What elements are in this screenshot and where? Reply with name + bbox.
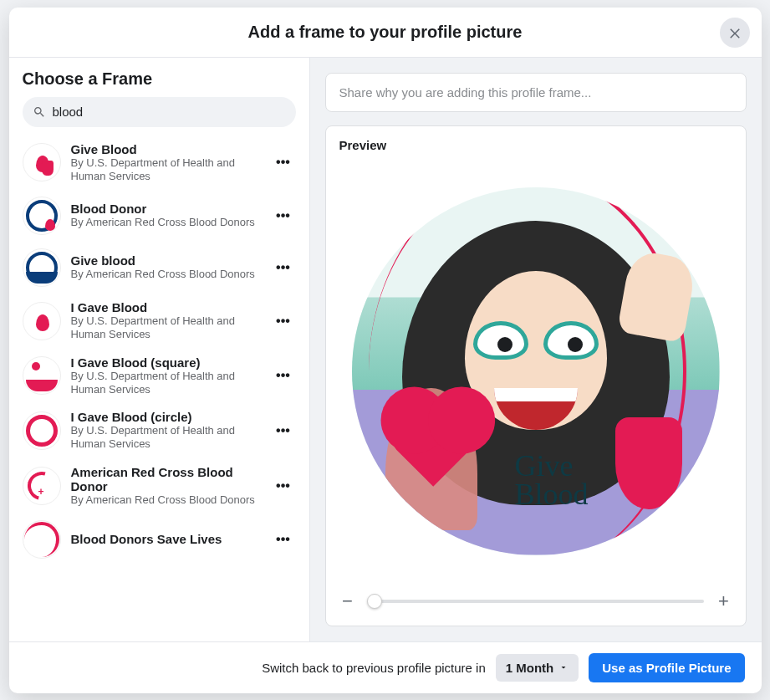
frame-item[interactable]: +American Red Cross Blood DonorBy Americ… bbox=[18, 458, 301, 514]
frame-byline: By U.S. Department of Health and Human S… bbox=[71, 424, 271, 452]
close-icon bbox=[727, 25, 742, 40]
frame-text: I Gave BloodBy U.S. Department of Health… bbox=[71, 300, 271, 342]
preview-panel: Share why you are adding this profile fr… bbox=[310, 58, 762, 641]
close-button[interactable] bbox=[720, 18, 750, 48]
duration-label: 1 Month bbox=[506, 661, 554, 675]
zoom-in-button[interactable]: + bbox=[716, 590, 732, 612]
frame-name: I Gave Blood (circle) bbox=[71, 410, 271, 424]
frame-thumb bbox=[23, 197, 61, 235]
frame-more-button[interactable]: ••• bbox=[271, 309, 296, 334]
frame-byline: By U.S. Department of Health and Human S… bbox=[71, 156, 271, 184]
frame-name: Blood Donors Save Lives bbox=[71, 532, 271, 546]
frame-text: Give bloodBy American Red Cross Blood Do… bbox=[71, 253, 271, 281]
search-field[interactable] bbox=[23, 97, 296, 127]
frame-byline: By U.S. Department of Health and Human S… bbox=[71, 370, 271, 397]
frame-name: I Gave Blood (square) bbox=[71, 355, 271, 370]
frame-more-button[interactable]: ••• bbox=[271, 255, 296, 280]
use-as-profile-button[interactable]: Use as Profile Picture bbox=[589, 653, 744, 682]
preview-avatar: Give Blood bbox=[352, 187, 720, 555]
frame-thumb bbox=[23, 143, 61, 181]
frame-name: Give Blood bbox=[71, 142, 271, 156]
frame-more-button[interactable]: ••• bbox=[271, 150, 296, 175]
zoom-thumb[interactable] bbox=[367, 594, 382, 609]
frame-thumb bbox=[23, 302, 61, 340]
dialog-body: Choose a Frame Give BloodBy U.S. Departm… bbox=[9, 58, 762, 641]
dialog-header: Add a frame to your profile picture bbox=[9, 8, 762, 58]
search-icon bbox=[33, 105, 46, 119]
frame-thumb bbox=[23, 248, 61, 287]
frame-item[interactable]: Give BloodBy U.S. Department of Health a… bbox=[18, 135, 301, 191]
frame-more-button[interactable]: ••• bbox=[271, 418, 296, 443]
frame-dialog: Add a frame to your profile picture Choo… bbox=[9, 8, 762, 693]
frame-list[interactable]: Give BloodBy U.S. Department of Health a… bbox=[9, 135, 309, 641]
frame-text: I Gave Blood (circle)By U.S. Department … bbox=[71, 410, 271, 452]
preview-box: Preview Give Blood bbox=[325, 125, 747, 626]
frame-text: Blood DonorBy American Red Cross Blood D… bbox=[71, 202, 271, 229]
chevron-down-icon bbox=[558, 662, 569, 672]
frame-more-button[interactable]: ••• bbox=[271, 203, 296, 228]
switch-back-label: Switch back to previous profile picture … bbox=[262, 661, 486, 675]
duration-dropdown[interactable]: 1 Month bbox=[496, 654, 579, 682]
frame-thumb bbox=[23, 520, 61, 559]
frame-name: Give blood bbox=[71, 253, 271, 268]
share-reason-input[interactable]: Share why you are adding this profile fr… bbox=[325, 73, 747, 112]
frame-text: Give BloodBy U.S. Department of Health a… bbox=[71, 142, 271, 184]
frame-item[interactable]: Blood Donors Save Lives••• bbox=[18, 514, 301, 565]
frame-byline: By American Red Cross Blood Donors bbox=[71, 493, 271, 507]
frame-thumb: + bbox=[23, 467, 61, 505]
dialog-footer: Switch back to previous profile picture … bbox=[9, 641, 762, 693]
frame-text: American Red Cross Blood DonorBy America… bbox=[71, 465, 271, 507]
frame-more-button[interactable]: ••• bbox=[271, 473, 296, 498]
frame-item[interactable]: I Gave Blood (circle)By U.S. Department … bbox=[18, 403, 301, 458]
preview-title: Preview bbox=[339, 138, 732, 152]
frame-text: I Gave Blood (square)By U.S. Department … bbox=[71, 355, 271, 397]
frame-name: American Red Cross Blood Donor bbox=[71, 465, 271, 493]
choose-frame-title: Choose a Frame bbox=[9, 69, 309, 97]
frame-byline: By American Red Cross Blood Donors bbox=[71, 216, 271, 229]
zoom-slider[interactable] bbox=[368, 600, 704, 603]
frame-byline: By U.S. Department of Health and Human S… bbox=[71, 314, 271, 342]
frame-overlay-text: Give Blood bbox=[515, 452, 589, 508]
search-wrap bbox=[9, 97, 309, 135]
frame-picker-panel: Choose a Frame Give BloodBy U.S. Departm… bbox=[9, 58, 310, 641]
frame-item[interactable]: Blood DonorBy American Red Cross Blood D… bbox=[18, 190, 301, 242]
frame-more-button[interactable]: ••• bbox=[271, 363, 296, 388]
frame-item[interactable]: I Gave Blood (square)By U.S. Department … bbox=[18, 349, 301, 404]
zoom-out-button[interactable]: − bbox=[339, 590, 356, 612]
frame-name: I Gave Blood bbox=[71, 300, 271, 314]
preview-image-area[interactable]: Give Blood bbox=[339, 162, 732, 580]
zoom-control: − + bbox=[339, 590, 732, 612]
frame-thumb bbox=[23, 411, 61, 450]
dialog-title: Add a frame to your profile picture bbox=[248, 23, 523, 42]
frame-more-button[interactable]: ••• bbox=[271, 527, 296, 552]
search-input[interactable] bbox=[53, 105, 286, 119]
frame-text: Blood Donors Save Lives bbox=[71, 532, 271, 546]
frame-thumb bbox=[23, 356, 61, 395]
frame-item[interactable]: I Gave BloodBy U.S. Department of Health… bbox=[18, 294, 301, 349]
frame-name: Blood Donor bbox=[71, 202, 271, 216]
frame-byline: By American Red Cross Blood Donors bbox=[71, 268, 271, 281]
frame-item[interactable]: Give bloodBy American Red Cross Blood Do… bbox=[18, 242, 301, 294]
